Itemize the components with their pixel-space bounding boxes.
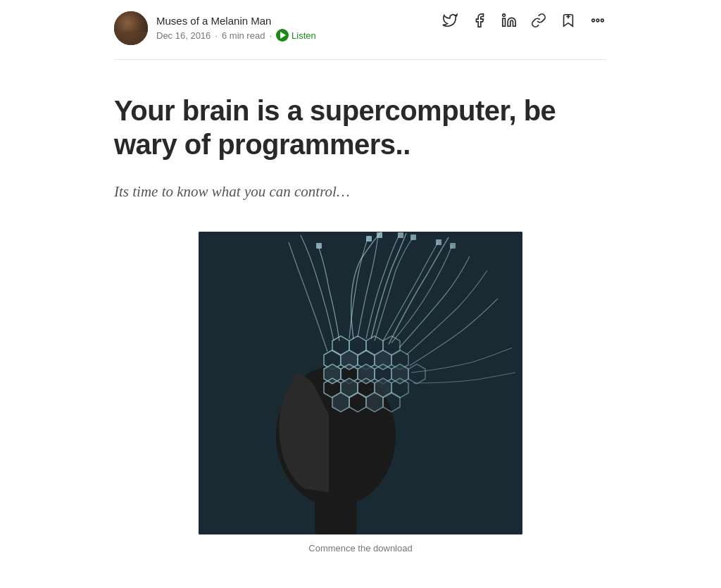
svg-rect-40 (450, 243, 456, 249)
svg-marker-30 (332, 392, 349, 412)
svg-marker-23 (391, 364, 408, 384)
meta-row: Dec 16, 2016 · 6 min read · Listen (156, 29, 316, 42)
svg-marker-21 (358, 364, 375, 384)
twitter-share-button[interactable] (441, 11, 459, 30)
article-title: Your brain is a supercomputer, be wary o… (114, 94, 607, 161)
listen-button[interactable]: Listen (276, 29, 316, 42)
article-subtitle: Its time to know what you can control… (114, 181, 607, 204)
svg-rect-36 (377, 232, 382, 238)
linkedin-icon (501, 13, 517, 28)
listen-label: Listen (291, 30, 316, 41)
article-header: Muses of a Melanin Man Dec 16, 2016 · 6 … (114, 0, 607, 60)
actions-section (441, 11, 607, 30)
svg-rect-39 (436, 239, 441, 245)
svg-point-6 (601, 19, 604, 22)
svg-marker-15 (341, 350, 358, 370)
more-button[interactable] (589, 11, 607, 30)
svg-rect-38 (410, 234, 416, 240)
author-avatar-link[interactable] (114, 11, 148, 45)
svg-point-5 (596, 19, 599, 22)
brain-supercomputer-illustration (199, 232, 522, 534)
meta-dot-1: · (215, 30, 218, 41)
svg-rect-35 (366, 236, 372, 242)
article-image (199, 232, 522, 534)
avatar-image (114, 11, 148, 45)
svg-rect-9 (315, 485, 357, 534)
author-meta: Muses of a Melanin Man Dec 16, 2016 · 6 … (156, 15, 316, 42)
author-name-link[interactable]: Muses of a Melanin Man (156, 15, 316, 27)
svg-rect-34 (316, 243, 322, 249)
svg-marker-17 (375, 350, 391, 370)
more-icon (590, 13, 606, 28)
svg-marker-19 (324, 364, 341, 384)
facebook-icon (472, 13, 487, 28)
linkedin-share-button[interactable] (500, 11, 518, 30)
svg-rect-0 (503, 18, 506, 26)
publish-date: Dec 16, 2016 (156, 30, 211, 41)
author-section: Muses of a Melanin Man Dec 16, 2016 · 6 … (114, 11, 316, 45)
twitter-icon (442, 13, 458, 28)
svg-rect-37 (398, 232, 403, 238)
article-body: Your brain is a supercomputer, be wary o… (114, 60, 607, 582)
copy-link-button[interactable] (529, 11, 548, 30)
link-icon (531, 13, 546, 28)
listen-play-icon (276, 29, 289, 42)
image-caption: Commence the download (308, 543, 412, 553)
save-button[interactable] (559, 11, 577, 30)
svg-point-1 (503, 14, 506, 17)
avatar (114, 11, 148, 45)
svg-point-4 (592, 19, 595, 22)
article-image-container: Commence the download (199, 232, 522, 553)
svg-marker-32 (366, 392, 383, 412)
read-time: 6 min read (222, 30, 265, 41)
facebook-share-button[interactable] (470, 11, 489, 30)
bookmark-icon (560, 13, 576, 28)
meta-dot-2: · (269, 30, 272, 41)
